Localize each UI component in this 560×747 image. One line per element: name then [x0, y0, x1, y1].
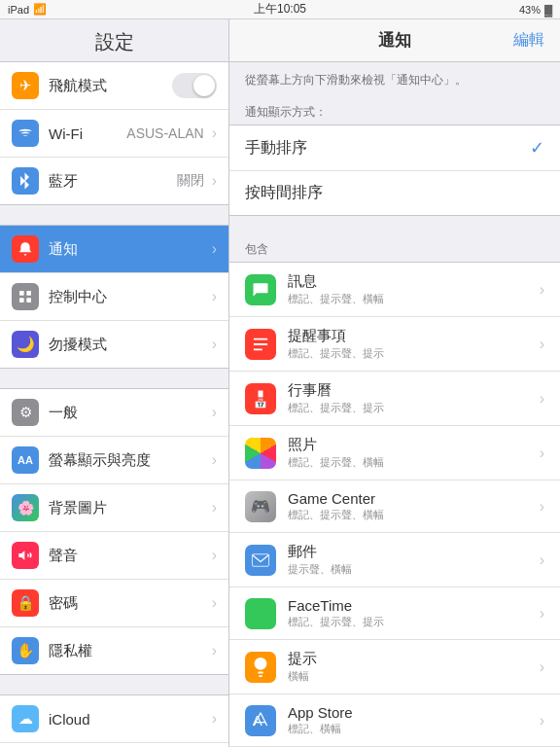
reminders-app-icon	[245, 329, 276, 360]
sidebar-section-connectivity: ✈ 飛航模式 Wi-Fi ASUS-ALAN › 藍牙 關閉	[0, 61, 228, 205]
included-section-title: 包含	[229, 235, 560, 262]
appstore-app-chevron: ›	[540, 712, 544, 729]
sounds-chevron: ›	[212, 547, 217, 564]
sidebar-item-wifi[interactable]: Wi-Fi ASUS-ALAN ›	[0, 110, 228, 158]
app-item-gamecenter[interactable]: 🎮 Game Center 標記、提示聲、橫幅 ›	[229, 480, 560, 533]
app-item-calendar[interactable]: ▐▌ 📅 行事曆 標記、提示聲、提示 ›	[229, 372, 560, 426]
sidebar-item-display[interactable]: AA 螢幕顯示與亮度 ›	[0, 437, 228, 484]
mail-app-name: 郵件	[288, 543, 536, 561]
reminders-app-chevron: ›	[540, 336, 544, 353]
appstore-app-icon: A	[245, 705, 276, 736]
app-item-mail[interactable]: 郵件 提示聲、橫幅 ›	[229, 533, 560, 587]
photos-app-desc: 標記、提示聲、橫幅	[288, 455, 536, 470]
sidebar-item-wallpaper[interactable]: 🌸 背景圖片 ›	[0, 484, 228, 532]
svg-rect-8	[259, 675, 262, 677]
bluetooth-chevron: ›	[212, 172, 217, 190]
facetime-app-name: FaceTime	[288, 597, 536, 614]
app-item-appstore[interactable]: A App Store 標記、橫幅 ›	[229, 694, 560, 747]
sidebar-item-sounds[interactable]: 聲音 ›	[0, 532, 228, 580]
mail-app-info: 郵件 提示聲、橫幅	[288, 543, 536, 577]
wifi-icon-btn	[12, 120, 39, 147]
photos-app-chevron: ›	[540, 445, 544, 462]
sidebar-item-passcode[interactable]: 🔒 密碼 ›	[0, 580, 228, 627]
battery-icon: ▓	[544, 4, 552, 16]
privacy-label: 隱私權	[49, 642, 208, 660]
app-item-tips[interactable]: 提示 橫幅 ›	[229, 640, 560, 694]
tips-app-info: 提示 橫幅	[288, 650, 536, 684]
notifications-icon	[12, 235, 39, 263]
sort-manual-check: ✓	[530, 137, 544, 159]
display-label: 螢幕顯示與亮度	[49, 451, 208, 470]
calendar-app-icon: ▐▌ 📅	[245, 383, 276, 414]
general-icon: ⚙	[12, 399, 39, 426]
sidebar-item-control-center[interactable]: 控制中心 ›	[0, 273, 228, 321]
reminders-app-info: 提醒事項 標記、提示聲、提示	[288, 327, 536, 361]
wallpaper-label: 背景圖片	[49, 499, 208, 517]
app-item-messages[interactable]: 訊息 標記、提示聲、橫幅 ›	[229, 263, 560, 317]
right-panel-title: 通知	[378, 29, 411, 52]
app-item-facetime[interactable]: FaceTime 標記、提示聲、提示 ›	[229, 587, 560, 640]
app-item-photos[interactable]: 照片 標記、提示聲、橫幅 ›	[229, 426, 560, 480]
sidebar-item-general[interactable]: ⚙ 一般 ›	[0, 389, 228, 437]
icloud-label: iCloud	[49, 711, 208, 728]
calendar-app-chevron: ›	[540, 390, 544, 408]
passcode-chevron: ›	[212, 594, 217, 612]
bluetooth-label: 藍牙	[49, 172, 177, 191]
sort-time[interactable]: 按時間排序	[229, 171, 560, 215]
sidebar-item-dnd[interactable]: 🌙 勿擾模式 ›	[0, 321, 228, 368]
privacy-chevron: ›	[212, 642, 217, 659]
sidebar-section-preferences: ⚙ 一般 › AA 螢幕顯示與亮度 › 🌸 背景圖片 › 聲音 ›	[0, 388, 228, 675]
gamecenter-app-name: Game Center	[288, 490, 536, 507]
sort-time-label: 按時間排序	[245, 183, 544, 203]
sidebar-item-icloud[interactable]: ☁ iCloud ›	[0, 695, 228, 743]
app-item-reminders[interactable]: 提醒事項 標記、提示聲、提示 ›	[229, 317, 560, 372]
reminders-app-desc: 標記、提示聲、提示	[288, 346, 536, 361]
mail-app-chevron: ›	[540, 551, 544, 569]
calendar-app-info: 行事曆 標記、提示聲、提示	[288, 381, 536, 415]
tips-app-chevron: ›	[540, 658, 544, 676]
calendar-app-name: 行事曆	[288, 381, 536, 400]
passcode-icon: 🔒	[12, 589, 39, 617]
sort-manual[interactable]: 手動排序 ✓	[229, 125, 560, 171]
wallpaper-chevron: ›	[212, 499, 217, 516]
svg-rect-5	[252, 607, 263, 620]
svg-rect-3	[26, 298, 31, 302]
display-chevron: ›	[212, 451, 217, 469]
control-chevron: ›	[212, 288, 217, 305]
svg-rect-0	[19, 291, 24, 296]
sidebar-item-airplane[interactable]: ✈ 飛航模式	[0, 62, 228, 110]
calendar-app-desc: 標記、提示聲、提示	[288, 401, 536, 415]
photos-app-name: 照片	[288, 436, 536, 454]
appstore-app-name: App Store	[288, 704, 536, 721]
messages-app-desc: 標記、提示聲、橫幅	[288, 292, 536, 306]
dnd-label: 勿擾模式	[49, 336, 208, 354]
sidebar-item-notifications[interactable]: 通知 ›	[0, 226, 228, 273]
gamecenter-app-desc: 標記、提示聲、橫幅	[288, 508, 536, 522]
sidebar-section-system: 通知 › 控制中心 › 🌙 勿擾模式 ›	[0, 225, 228, 369]
wifi-chevron: ›	[212, 124, 217, 142]
status-bar: iPad 📶 上午10:05 43% ▓	[0, 0, 560, 19]
tips-app-desc: 橫幅	[288, 669, 536, 684]
passcode-label: 密碼	[49, 594, 208, 613]
dnd-chevron: ›	[212, 336, 217, 353]
sidebar-item-bluetooth[interactable]: 藍牙 關閉 ›	[0, 158, 228, 204]
main-container: 設定 ✈ 飛航模式 Wi-Fi ASUS-ALAN ›	[0, 19, 560, 747]
facetime-app-chevron: ›	[540, 605, 544, 622]
privacy-icon: ✋	[12, 637, 39, 664]
sidebar-item-itunes[interactable]: A iTunes 與 App Store ›	[0, 743, 228, 747]
photos-app-icon	[245, 438, 276, 469]
sidebar-item-privacy[interactable]: ✋ 隱私權 ›	[0, 627, 228, 674]
facetime-app-desc: 標記、提示聲、提示	[288, 615, 536, 629]
facetime-app-info: FaceTime 標記、提示聲、提示	[288, 597, 536, 629]
icloud-icon: ☁	[12, 705, 39, 732]
tips-app-name: 提示	[288, 650, 536, 668]
notification-description: 從螢幕上方向下滑動來檢視「通知中心」。	[229, 62, 560, 98]
edit-button[interactable]: 編輯	[513, 30, 544, 51]
airplane-toggle[interactable]	[172, 73, 217, 98]
wifi-value: ASUS-ALAN	[126, 125, 203, 141]
display-icon: AA	[12, 446, 39, 474]
included-apps-list: 訊息 標記、提示聲、橫幅 › 提醒事項 標記、提示聲、提示 › ▐▌	[229, 262, 560, 747]
svg-rect-4	[252, 553, 268, 565]
status-right: 43% ▓	[519, 4, 552, 16]
messages-app-icon	[245, 274, 276, 305]
